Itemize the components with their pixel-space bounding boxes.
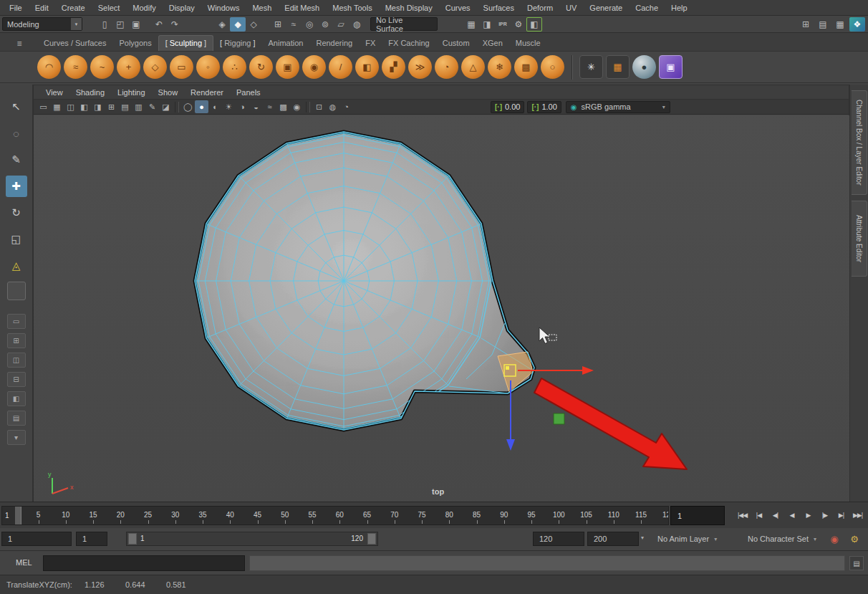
- redo-icon[interactable]: ↷: [167, 17, 183, 32]
- shelf-tab-muscle[interactable]: Muscle: [509, 36, 547, 51]
- multisample-icon[interactable]: ▩: [276, 100, 290, 113]
- shelf-tab-rendering[interactable]: Rendering: [309, 36, 359, 51]
- fill-tool-icon[interactable]: ◧: [355, 55, 379, 79]
- render-view-icon[interactable]: ▦: [463, 17, 479, 32]
- script-editor-icon[interactable]: ▤: [849, 556, 864, 570]
- relax-tool-icon[interactable]: ~: [90, 55, 114, 79]
- range-start-handle[interactable]: [128, 533, 137, 545]
- shelf-tab-xgen[interactable]: XGen: [476, 36, 509, 51]
- camera-lock-icon[interactable]: ▭: [37, 100, 50, 113]
- select-by-hierarchy-icon[interactable]: ◈: [214, 17, 230, 32]
- menu-edit-mesh[interactable]: Edit Mesh: [278, 0, 326, 16]
- undo-icon[interactable]: ↶: [151, 17, 167, 32]
- shelf-tab-sculpting[interactable]: [Sculpting]: [158, 35, 213, 51]
- menu-mesh-display[interactable]: Mesh Display: [379, 0, 439, 16]
- menu-modify[interactable]: Modify: [126, 0, 162, 16]
- snap-to-view-plane-icon[interactable]: ▱: [333, 17, 349, 32]
- field-chart-icon[interactable]: ⊞: [105, 100, 118, 113]
- command-language-toggle[interactable]: MEL: [16, 558, 32, 567]
- xray-icon[interactable]: ◍: [326, 100, 339, 113]
- range-slider[interactable]: 1 120: [126, 532, 378, 546]
- snap-to-projected-center-icon[interactable]: ⊚: [317, 17, 333, 32]
- lasso-tool-icon[interactable]: ◌: [6, 123, 27, 144]
- new-scene-icon[interactable]: ▯: [97, 17, 112, 32]
- image-plane-icon[interactable]: ◪: [159, 100, 173, 113]
- range-end-handle[interactable]: [367, 533, 376, 545]
- occlusion-icon[interactable]: ◒: [249, 100, 263, 113]
- grid-toggle-icon[interactable]: ▦: [50, 100, 64, 113]
- playback-start-field[interactable]: 1: [76, 532, 107, 546]
- smear-tool-icon[interactable]: ≫: [408, 55, 432, 79]
- menu-generate[interactable]: Generate: [583, 0, 629, 16]
- more-layouts-button[interactable]: ▾: [7, 430, 26, 445]
- freeze-tool-icon[interactable]: ❄: [488, 55, 511, 79]
- go-to-end-button[interactable]: ▶▶|: [850, 506, 865, 524]
- scale-tool-icon[interactable]: ◱: [6, 229, 27, 250]
- play-forwards-button[interactable]: ▶: [801, 506, 816, 524]
- character-set-dropdown[interactable]: No Character Set ▾: [748, 532, 832, 546]
- step-forward-key-button[interactable]: |▶: [817, 506, 832, 524]
- tab-attribute-editor[interactable]: Attribute Editor: [852, 201, 867, 277]
- knife-tool-icon[interactable]: ▞: [382, 55, 405, 79]
- mash-network-icon[interactable]: ✳: [579, 55, 603, 79]
- amplify-tool-icon[interactable]: △: [461, 55, 485, 79]
- camera-attributes-icon[interactable]: ✎: [145, 100, 159, 113]
- color-sets-icon[interactable]: ▣: [659, 55, 683, 79]
- gate-mask-icon[interactable]: ◨: [91, 100, 105, 113]
- panel-menu-show[interactable]: Show: [152, 85, 185, 100]
- menu-edit[interactable]: Edit: [29, 0, 55, 16]
- command-result-field[interactable]: [249, 555, 845, 571]
- shelf-tab-rigging[interactable]: [Rigging]: [213, 36, 261, 51]
- current-time-marker[interactable]: [15, 507, 21, 524]
- chevron-down-icon[interactable]: ▼: [70, 18, 82, 30]
- use-all-lights-icon[interactable]: ☀: [222, 100, 236, 113]
- menu-curves[interactable]: Curves: [439, 0, 477, 16]
- menu-file[interactable]: File: [3, 0, 29, 16]
- repeat-tool-icon[interactable]: ↻: [249, 55, 273, 79]
- scrape-tool-icon[interactable]: /: [329, 55, 352, 79]
- snap-to-point-icon[interactable]: ◎: [302, 17, 317, 32]
- foamy-tool-icon[interactable]: ◦: [196, 55, 220, 79]
- play-backwards-button[interactable]: ◀: [784, 506, 799, 524]
- playback-end-field[interactable]: 120: [533, 532, 584, 546]
- color-transform-dropdown[interactable]: ◉ sRGB gamma ▾: [566, 101, 670, 113]
- animation-start-field[interactable]: 1: [1, 532, 72, 546]
- menu-mesh[interactable]: Mesh: [246, 0, 278, 16]
- ipr-render-icon[interactable]: IPR: [495, 17, 511, 32]
- animation-end-field[interactable]: 200: [587, 532, 639, 546]
- selected-vertex[interactable]: [506, 366, 509, 370]
- single-pane-layout-button[interactable]: ▭: [7, 314, 26, 329]
- panel-grid-icon[interactable]: ▦: [832, 17, 848, 32]
- render-frame-icon[interactable]: ◨: [479, 17, 495, 32]
- panel-menu-lighting[interactable]: Lighting: [111, 85, 152, 100]
- rotate-tool-icon[interactable]: ↻: [6, 202, 27, 224]
- menu-surfaces[interactable]: Surfaces: [477, 0, 521, 16]
- shelf-tab-animation[interactable]: Animation: [262, 36, 310, 51]
- grab-tool-icon[interactable]: +: [117, 55, 140, 79]
- xray-joints-icon[interactable]: ◔: [339, 100, 353, 113]
- screen-layout-icon[interactable]: ❖: [849, 17, 865, 32]
- wax-tool-icon[interactable]: ◉: [302, 55, 326, 79]
- anim-layer-dropdown[interactable]: No Anim Layer ▾: [657, 532, 741, 546]
- current-frame-field[interactable]: 1: [670, 506, 725, 525]
- spray-tool-icon[interactable]: ∴: [223, 55, 246, 79]
- sculpt-tool-icon[interactable]: ◠: [37, 55, 61, 79]
- tab-channel-box[interactable]: Channel Box / Layer Editor: [852, 90, 867, 195]
- menu-deform[interactable]: Deform: [521, 0, 559, 16]
- snap-to-grid-icon[interactable]: ⊞: [270, 17, 286, 32]
- save-scene-icon[interactable]: ▣: [128, 17, 144, 32]
- soft-modification-icon[interactable]: ◬: [6, 255, 27, 277]
- safe-action-icon[interactable]: ▤: [118, 100, 132, 113]
- panel-menu-panels[interactable]: Panels: [230, 85, 267, 100]
- display-layer-icon[interactable]: ◧: [526, 17, 542, 32]
- menu-windows[interactable]: Windows: [201, 0, 246, 16]
- open-scene-icon[interactable]: ◰: [112, 17, 128, 32]
- menu-mesh-tools[interactable]: Mesh Tools: [326, 0, 378, 16]
- panel-menu-shading[interactable]: Shading: [69, 85, 111, 100]
- raise-panels-icon[interactable]: ⊞: [798, 17, 814, 32]
- isolate-select-icon[interactable]: ⊡: [312, 100, 326, 113]
- playback-speed-dropdown-icon[interactable]: ▾: [641, 535, 644, 541]
- menu-uv[interactable]: UV: [559, 0, 583, 16]
- menu-set-selector[interactable]: Modeling ▼: [2, 17, 82, 31]
- freeze-select-tool-icon[interactable]: ▩: [514, 55, 538, 79]
